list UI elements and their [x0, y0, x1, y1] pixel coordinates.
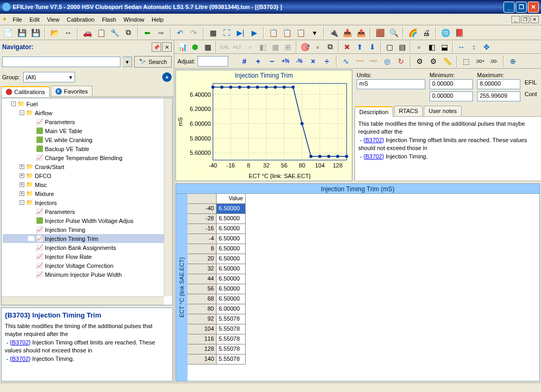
tree-node[interactable]: +📁Misc: [3, 180, 171, 189]
minimize-button[interactable]: _: [503, 2, 515, 13]
menu-calibration[interactable]: Calibration: [63, 15, 98, 24]
globe-icon[interactable]: 🌐: [440, 27, 451, 39]
back-icon[interactable]: ⬅: [142, 27, 153, 39]
table-cell[interactable]: 6.50000: [217, 214, 246, 224]
table-cell[interactable]: 5.55078: [217, 324, 246, 334]
percent-plus-icon[interactable]: +%: [280, 55, 292, 67]
dec1-icon[interactable]: ⬚: [461, 55, 472, 67]
tree-scrollbar-horizontal[interactable]: [2, 296, 164, 305]
scan-icon[interactable]: 🔍: [388, 27, 399, 39]
paste-special-icon[interactable]: 📋: [295, 27, 306, 39]
row-header[interactable]: 104: [188, 324, 217, 334]
table-cell[interactable]: 6.00000: [217, 304, 246, 314]
table-cell[interactable]: 6.50000: [217, 254, 246, 264]
read-icon[interactable]: 📥: [341, 27, 353, 39]
grid2-icon[interactable]: ◧: [257, 41, 268, 53]
open-icon[interactable]: 📂: [49, 27, 60, 39]
tab-description[interactable]: Description: [355, 106, 393, 117]
mdi-restore-button[interactable]: ❐: [521, 16, 529, 23]
tree-view[interactable]: -📁Fuel-📁Airflow📈Parameters🟩Main VE Table…: [1, 98, 173, 305]
row-header[interactable]: -16: [188, 224, 217, 234]
move-icon[interactable]: ✥: [481, 41, 492, 53]
expander-icon[interactable]: -: [20, 110, 24, 115]
dropdown-icon[interactable]: ▾: [309, 27, 320, 39]
dec-sub-icon[interactable]: .00-: [488, 55, 500, 67]
ruler-icon[interactable]: 📏: [442, 55, 453, 67]
percent-minus-icon[interactable]: -%: [294, 55, 305, 67]
axis2-icon[interactable]: ⬇: [367, 41, 378, 53]
row-header[interactable]: 116: [188, 334, 217, 344]
tree-node[interactable]: 🟩Backup VE Table: [3, 144, 171, 153]
expander-icon[interactable]: -: [20, 200, 24, 205]
vehicle-icon[interactable]: 🚗: [81, 27, 93, 39]
link-b3702[interactable]: {B3702}: [10, 356, 31, 362]
tree-node[interactable]: +📁Mixture: [3, 189, 171, 198]
print-icon[interactable]: 🖨: [421, 27, 432, 39]
expander-icon[interactable]: +: [20, 164, 24, 169]
search-dropdown-icon[interactable]: ▾: [123, 57, 132, 67]
menu-file[interactable]: File: [9, 15, 26, 24]
target-icon[interactable]: 🎯: [299, 41, 311, 53]
grid-view-icon[interactable]: ▦: [202, 41, 213, 53]
tree-node[interactable]: 🟩Injector Pulse Width Voltage Adjus: [3, 216, 171, 225]
row-header[interactable]: 32: [188, 264, 217, 274]
cube-view-icon[interactable]: ⬢: [189, 41, 201, 53]
copy-icon[interactable]: 📋: [267, 27, 279, 39]
group-select[interactable]: (All) ▾: [23, 72, 75, 82]
add-group-button[interactable]: +: [162, 72, 172, 82]
chart-view-icon[interactable]: 📊: [176, 41, 188, 53]
add-circle-icon[interactable]: ⊕: [507, 55, 519, 67]
tab-favorites[interactable]: F Favorites: [51, 86, 92, 96]
rainbow-icon[interactable]: 🌈: [407, 27, 418, 39]
axis1-icon[interactable]: ⬆: [354, 41, 366, 53]
tree-node[interactable]: 📈Minimum Injector Pulse Width: [3, 270, 171, 279]
undo-icon[interactable]: ↶: [174, 27, 186, 39]
target2-icon[interactable]: ◎: [381, 55, 393, 67]
expand-icon[interactable]: ⛶: [221, 27, 232, 39]
new-icon[interactable]: 📄: [2, 27, 14, 39]
link-b3702[interactable]: {B3702}: [10, 339, 31, 346]
row-header[interactable]: 128: [188, 344, 217, 354]
tools-icon[interactable]: 🔧: [109, 27, 120, 39]
chip-icon[interactable]: 🟫: [374, 27, 386, 39]
frame-icon[interactable]: ▦: [207, 27, 219, 39]
table-cell[interactable]: 6.50000: [217, 234, 246, 244]
tree-node[interactable]: +📁DFCO: [3, 171, 171, 180]
fit1-icon[interactable]: ⚙: [414, 55, 426, 67]
fit2-icon[interactable]: ⚙: [428, 55, 440, 67]
disable-icon[interactable]: ✖: [341, 41, 353, 53]
search-button[interactable]: 🔭 Search: [134, 56, 172, 68]
redo-icon[interactable]: ↷: [188, 27, 200, 39]
multiply-icon[interactable]: ×: [307, 55, 319, 67]
flash-icon[interactable]: 🔌: [328, 27, 339, 39]
help-icon[interactable]: 📕: [453, 27, 465, 39]
table-cell[interactable]: 5.55078: [217, 354, 246, 365]
table-cell[interactable]: 6.50000: [217, 264, 246, 274]
arrow-h-icon[interactable]: ↔: [455, 41, 467, 53]
link-b3702[interactable]: {B3702}: [363, 153, 384, 160]
layout3-icon[interactable]: ⬓: [439, 41, 450, 53]
mdi-minimize-button[interactable]: _: [511, 16, 520, 23]
table-cell[interactable]: 6.50000: [217, 224, 246, 234]
row-header[interactable]: 20: [188, 254, 217, 264]
table-cell[interactable]: 5.55078: [217, 334, 246, 344]
reload-icon[interactable]: ↔: [62, 27, 74, 39]
menu-edit[interactable]: Edit: [26, 15, 43, 24]
layout1-icon[interactable]: ▫: [413, 41, 425, 53]
table-cell[interactable]: 6.50000: [217, 274, 246, 284]
table-cell[interactable]: 6.50000: [217, 204, 246, 214]
expander-icon[interactable]: +: [20, 191, 24, 196]
smooth2-icon[interactable]: 〰: [368, 55, 379, 67]
write-icon[interactable]: 📤: [355, 27, 367, 39]
alt-icon[interactable]: ALT: [231, 41, 243, 53]
tree-node[interactable]: -📁Airflow: [3, 108, 171, 117]
nav-pin-icon[interactable]: 📌: [152, 42, 161, 52]
compare-icon[interactable]: ⧉: [123, 27, 134, 39]
row-header[interactable]: -4: [188, 234, 217, 244]
select1-icon[interactable]: ▢: [384, 41, 395, 53]
windows-icon[interactable]: ⧉: [324, 41, 336, 53]
tree-node[interactable]: +📁Crank/Start: [3, 162, 171, 171]
row-header[interactable]: 8: [188, 244, 217, 254]
tree-node[interactable]: 🟩VE while Cranking: [3, 135, 171, 144]
menu-help[interactable]: Help: [148, 15, 167, 24]
